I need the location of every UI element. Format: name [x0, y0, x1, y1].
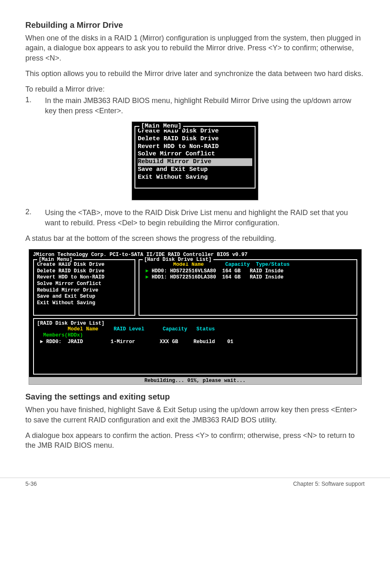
menu-item: Save and Exit Setup	[138, 166, 252, 174]
col-header: Capacity	[225, 262, 250, 267]
bios-hdd-list-panel: [Hard Disk Drive List] Model Name Capaci…	[139, 259, 357, 315]
table-row: ► HDD0: HDS722516VLSA80 164 GB RAID Insi…	[143, 268, 353, 275]
menu-item: Rebuild Mirror Drive	[138, 158, 252, 166]
step-number: 2.	[25, 208, 45, 216]
menu-item: Solve Mirror Conflict	[37, 281, 131, 287]
menu-item: Rebuild Mirror Drive	[37, 287, 131, 294]
paragraph: When you have finished, highlight Save &…	[25, 405, 365, 425]
step-text: Using the <TAB>, move to the RAID Disk D…	[45, 208, 365, 228]
col-header: RAID Level	[114, 326, 144, 332]
chapter-label: Chapter 5: Software support	[293, 480, 365, 487]
bios-main-menu-panel: [Main Menu] Create RAID Disk DriveDelete…	[33, 259, 135, 315]
menu-title: [Main Menu]	[139, 123, 183, 130]
section-title-saving: Saving the settings and exiting setup	[25, 392, 365, 402]
menu-item: Delete RAID Disk Drive	[37, 268, 131, 275]
paragraph: This option allows you to rebuild the Mi…	[25, 69, 365, 79]
members-label: Members(HDDx)	[43, 332, 83, 338]
bios-raid-list-panel: [RAID Disk Drive List] Model Name RAID L…	[33, 318, 357, 375]
bios-main-menu-screenshot: [Main Menu] Create RAID Disk DriveDelete…	[132, 121, 258, 200]
status-bar: Rebuilding... 01%, please wait...	[29, 377, 361, 384]
menu-item: Exit Without Saving	[138, 174, 252, 182]
menu-item: Create RAID Disk Drive	[37, 262, 131, 268]
panel-title: [RAID Disk Drive List]	[37, 321, 105, 326]
table-row: ► HDD1: HDS722516DLA380 164 GB RAID Insi…	[143, 274, 353, 281]
paragraph: A status bar at the bottom of the screen…	[25, 233, 365, 243]
menu-item: Save and Exit Setup	[37, 294, 131, 300]
page-number: 5-36	[25, 480, 37, 487]
footer-rule	[0, 478, 390, 478]
col-header: Capacity	[163, 326, 187, 332]
bios-full-screenshot: JMicron Technology Corp. PCI-to-SATA II/…	[29, 249, 362, 385]
col-header: Status	[197, 326, 215, 332]
paragraph: To rebuild a Mirror drive:	[25, 84, 365, 94]
menu-item: Revert HDD to Non-RAID	[138, 143, 252, 151]
col-header: Model Name	[173, 262, 204, 267]
step-text: In the main JMB363 RAID BIOS menu, highl…	[45, 96, 365, 116]
col-header: Type/Status	[256, 262, 290, 267]
panel-title: [Main Menu]	[37, 257, 74, 263]
members-label	[37, 332, 43, 338]
menu-item: Revert HDD to Non-RAID	[37, 274, 131, 281]
panel-title: [Hard Disk Drive List]	[143, 257, 213, 263]
menu-item: Delete RAID Disk Drive	[138, 135, 252, 143]
table-row: ► RDD0: JRAID 1-Mirror XXX GB Rebuild 01	[37, 339, 353, 346]
paragraph: When one of the disks in a RAID 1 (Mirro…	[25, 33, 365, 63]
step-number: 1.	[25, 96, 45, 104]
paragraph: A dialogue box appears to confirm the ac…	[25, 431, 365, 451]
menu-item: Solve Mirror Conflict	[138, 150, 252, 158]
col-header: Model Name	[68, 326, 99, 332]
section-title-rebuild: Rebuilding a Mirror Drive	[25, 20, 365, 30]
menu-item: Exit Without Saving	[37, 300, 131, 307]
